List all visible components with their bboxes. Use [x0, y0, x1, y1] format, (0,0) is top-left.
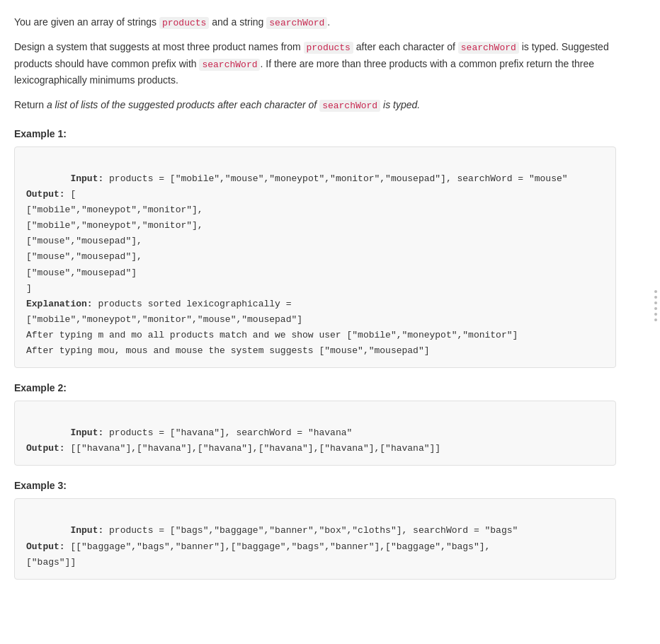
example-3-title: Example 3:: [14, 480, 616, 491]
example-3-output-label: Output:: [26, 541, 65, 552]
example-3-input-label: Input:: [70, 525, 103, 536]
scroll-dot-3: [654, 301, 657, 304]
scroll-dot-6: [654, 318, 657, 321]
searchword-code-4: searchWord: [319, 100, 380, 112]
scroll-indicator[interactable]: [654, 290, 657, 321]
description-line-3: Return a list of lists of the suggested …: [14, 97, 616, 113]
searchword-code-3: searchWord: [199, 59, 260, 71]
example-1-title: Example 1:: [14, 128, 616, 139]
example-1-code: Input: products = ["mobile","mouse","mon…: [14, 146, 616, 368]
scroll-dot-2: [654, 296, 657, 299]
example-2-input-label: Input:: [70, 427, 103, 438]
example-1-input-label: Input:: [70, 173, 103, 184]
example-2-code: Input: products = ["havana"], searchWord…: [14, 401, 616, 466]
scroll-dot-1: [654, 290, 657, 293]
description-line-2: Design a system that suggests at most th…: [14, 39, 616, 88]
description-line-1: You are given an array of strings produc…: [14, 14, 616, 30]
example-1-explanation-label: Explanation:: [26, 299, 93, 309]
products-code-2: products: [304, 42, 353, 54]
searchword-code-1: searchWord: [266, 17, 327, 29]
products-code-1: products: [159, 17, 209, 29]
example-2-section: Example 2: Input: products = ["havana"],…: [14, 382, 616, 466]
example-2-title: Example 2:: [14, 382, 616, 393]
example-3-code: Input: products = ["bags","baggage","ban…: [14, 498, 616, 579]
example-2-output-label: Output:: [26, 443, 65, 454]
scroll-dot-5: [654, 313, 657, 316]
example-1-output-label: Output:: [26, 189, 65, 200]
example-3-section: Example 3: Input: products = ["bags","ba…: [14, 480, 616, 579]
searchword-code-2: searchWord: [458, 42, 519, 54]
scroll-dot-4: [654, 307, 657, 310]
example-1-section: Example 1: Input: products = ["mobile","…: [14, 128, 616, 368]
problem-description: You are given an array of strings produc…: [14, 14, 616, 114]
